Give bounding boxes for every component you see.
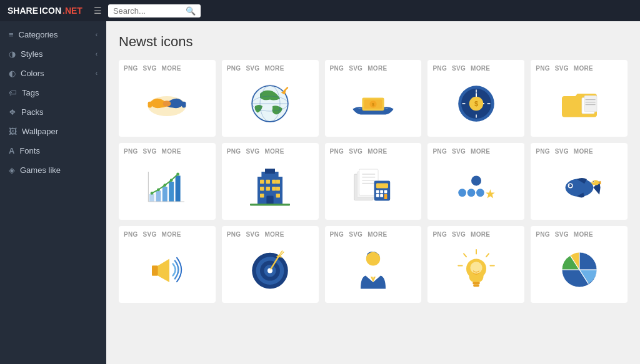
png-button-12[interactable]: PNG [227, 231, 241, 238]
svg-rect-34 [176, 175, 181, 202]
card-image-9[interactable] [432, 159, 519, 215]
sidebar-item-categories[interactable]: ≡ Categories ‹ [0, 25, 106, 44]
sidebar-item-fonts[interactable]: A Fonts [0, 141, 106, 160]
card-image-5[interactable] [536, 76, 622, 132]
card-image-8[interactable] [330, 159, 417, 215]
png-button-9[interactable]: PNG [432, 148, 447, 155]
card-image-13[interactable] [330, 242, 417, 298]
lightbulb-svg [451, 245, 501, 295]
icon-card-money: PNG SVG MORE $ [325, 60, 422, 137]
png-button-6[interactable]: PNG [124, 148, 138, 155]
png-button-5[interactable]: PNG [536, 65, 550, 72]
more-button-14[interactable]: MORE [471, 231, 490, 238]
search-icon: 🔍 [186, 6, 196, 16]
more-button-13[interactable]: MORE [368, 231, 387, 238]
svg-button-11[interactable]: SVG [143, 231, 157, 238]
topbar: SHAREICON.NET ☰ 🔍 [0, 0, 640, 21]
card-image-14[interactable] [432, 242, 519, 298]
more-button-4[interactable]: MORE [471, 65, 490, 72]
more-button-6[interactable]: MORE [162, 148, 181, 155]
svg-button-12[interactable]: SVG [246, 231, 259, 238]
svg-rect-48 [276, 180, 280, 184]
card-image-2[interactable] [227, 76, 314, 132]
search-bar[interactable]: 🔍 [108, 4, 201, 17]
more-button-12[interactable]: MORE [264, 231, 284, 238]
png-button-15[interactable]: PNG [536, 231, 550, 238]
card-image-4[interactable]: $ [432, 76, 519, 132]
png-button-1[interactable]: PNG [124, 65, 138, 72]
svg-button-15[interactable]: SVG [555, 231, 569, 238]
png-button-2[interactable]: PNG [227, 65, 241, 72]
card-image-10[interactable] [536, 159, 622, 215]
more-button-3[interactable]: MORE [368, 65, 387, 72]
svg-button-8[interactable]: SVG [349, 148, 362, 155]
more-button-11[interactable]: MORE [162, 231, 181, 238]
tags-icon: 🏷 [9, 88, 17, 97]
card-image-3[interactable]: $ [330, 76, 417, 132]
svg-point-39 [177, 173, 180, 176]
svg-button-3[interactable]: SVG [349, 65, 362, 72]
menu-icon[interactable]: ☰ [94, 6, 102, 16]
sidebar-item-games-like[interactable]: ◈ Games like [0, 160, 106, 180]
svg-point-80 [569, 185, 571, 186]
more-button-2[interactable]: MORE [264, 65, 284, 72]
sidebar-item-styles[interactable]: ◑ Styles ‹ [0, 44, 106, 64]
card-image-7[interactable] [227, 159, 314, 215]
svg-button-13[interactable]: SVG [349, 231, 362, 238]
more-button-5[interactable]: MORE [574, 65, 593, 72]
page-title: Newst icons [119, 34, 628, 50]
sidebar-item-colors[interactable]: ◐ Colors ‹ [0, 64, 106, 83]
png-button-10[interactable]: PNG [536, 148, 550, 155]
svg-rect-68 [384, 190, 388, 194]
svg-rect-66 [376, 190, 379, 194]
png-button-3[interactable]: PNG [330, 65, 344, 72]
more-button-8[interactable]: MORE [368, 148, 387, 155]
sidebar-item-packs[interactable]: ❖ Packs [0, 102, 106, 122]
svg-button-10[interactable]: SVG [555, 148, 569, 155]
logo[interactable]: SHAREICON.NET [8, 6, 82, 16]
card-image-1[interactable] [124, 76, 211, 132]
more-button-7[interactable]: MORE [264, 148, 284, 155]
svg-button-6[interactable]: SVG [143, 148, 157, 155]
icon-card-globe: PNG SVG MORE [222, 60, 319, 137]
sidebar-label-packs: Packs [21, 107, 43, 117]
icon-card-lightbulb: PNG SVG MORE [428, 226, 524, 303]
svg-rect-50 [266, 187, 270, 190]
search-input[interactable] [113, 6, 182, 16]
png-button-4[interactable]: PNG [432, 65, 447, 72]
svg-line-98 [486, 253, 489, 257]
svg-button-2[interactable]: SVG [246, 65, 259, 72]
png-button-8[interactable]: PNG [330, 148, 344, 155]
svg-button-14[interactable]: SVG [452, 231, 466, 238]
icon-card-handshake: PNG SVG MORE [119, 60, 216, 137]
svg-button-5[interactable]: SVG [555, 65, 569, 72]
icon-card-target: PNG SVG MORE [222, 226, 319, 303]
logo-share: SHARE [8, 6, 38, 16]
more-button-10[interactable]: MORE [574, 148, 593, 155]
png-button-7[interactable]: PNG [227, 148, 241, 155]
chevron-icon: ‹ [96, 70, 98, 77]
more-button-15[interactable]: MORE [574, 231, 593, 238]
sidebar-item-wallpaper[interactable]: 🖼 Wallpaper [0, 122, 106, 141]
more-button-9[interactable]: MORE [471, 148, 490, 155]
sidebar-label-styles: Styles [21, 49, 42, 59]
svg-button-1[interactable]: SVG [143, 65, 157, 72]
person-svg [348, 245, 398, 295]
sidebar-item-tags[interactable]: 🏷 Tags [0, 83, 106, 102]
png-button-11[interactable]: PNG [124, 231, 138, 238]
svg-point-89 [268, 268, 272, 273]
card-image-12[interactable] [227, 242, 314, 298]
png-button-14[interactable]: PNG [432, 231, 447, 238]
calculator-svg [348, 162, 398, 212]
png-button-13[interactable]: PNG [330, 231, 344, 238]
card-image-6[interactable] [124, 159, 211, 215]
svg-button-4[interactable]: SVG [452, 65, 466, 72]
more-button-1[interactable]: MORE [162, 65, 181, 72]
card-actions-5: PNG SVG MORE [536, 65, 622, 72]
svg-button-9[interactable]: SVG [452, 148, 466, 155]
svg-button-7[interactable]: SVG [246, 148, 259, 155]
card-image-11[interactable] [124, 242, 211, 298]
card-actions-14: PNG SVG MORE [432, 231, 519, 238]
card-image-15[interactable] [536, 242, 622, 298]
svg-rect-26 [584, 96, 597, 112]
